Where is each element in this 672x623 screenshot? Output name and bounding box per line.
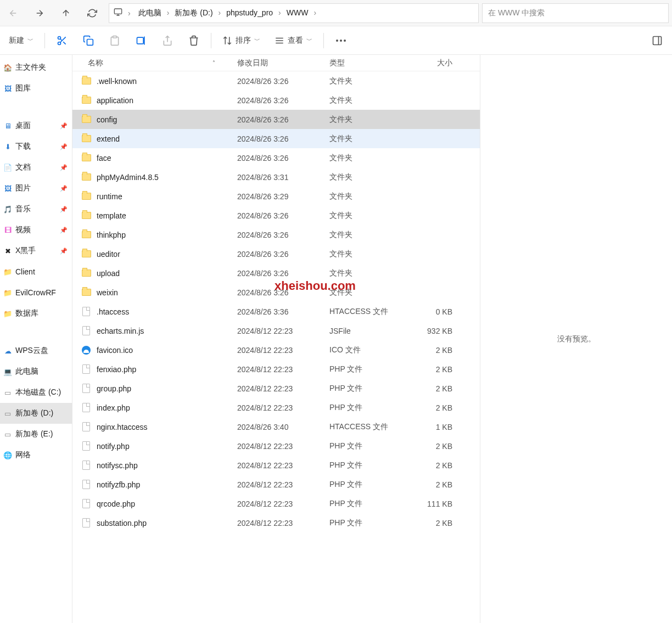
file-row[interactable]: notifyzfb.php2024/8/12 22:23PHP 文件2 KB — [72, 475, 480, 494]
breadcrumb-item[interactable]: WWW — [284, 7, 311, 18]
sidebar-item[interactable]: 🖼图库 — [0, 78, 72, 99]
sidebar-item[interactable]: 🎵音乐📌 — [0, 199, 72, 220]
sidebar-item[interactable]: 🖼图片📌 — [0, 178, 72, 199]
file-row[interactable]: qrcode.php2024/8/12 22:23PHP 文件111 KB — [72, 494, 480, 513]
col-name[interactable]: 名称 — [88, 58, 103, 68]
copy-button[interactable] — [76, 30, 101, 52]
breadcrumb-item[interactable]: 此电脑 — [136, 7, 164, 18]
file-row[interactable]: weixin2024/8/26 3:26文件夹 — [72, 283, 480, 302]
file-row[interactable]: template2024/8/26 3:26文件夹 — [72, 206, 480, 225]
file-type: PHP 文件 — [329, 403, 406, 413]
sidebar-item[interactable]: ✖X黑手📌 — [0, 240, 72, 261]
file-row[interactable]: fenxiao.php2024/8/12 22:23PHP 文件2 KB — [72, 360, 480, 379]
delete-button[interactable] — [181, 30, 206, 52]
file-row[interactable]: .well-known2024/8/26 3:26文件夹 — [72, 71, 480, 91]
file-name: favicon.ico — [97, 346, 133, 355]
sidebar-item[interactable]: 📁EvilCrowRF — [0, 282, 72, 303]
sidebar-item[interactable]: ⬇下载📌 — [0, 136, 72, 157]
file-list[interactable]: 名称 ˄ 修改日期 类型 大小 .well-known2024/8/26 3:2… — [72, 55, 480, 623]
file-row[interactable]: extend2024/8/26 3:26文件夹 — [72, 129, 480, 148]
back-button[interactable] — [0, 0, 26, 26]
file-row[interactable]: thinkphp2024/8/26 3:26文件夹 — [72, 225, 480, 244]
sidebar-item[interactable]: 🎞视频📌 — [0, 220, 72, 240]
sidebar-item[interactable]: ▭本地磁盘 (C:) — [0, 382, 72, 403]
file-row[interactable]: notify.php2024/8/12 22:23PHP 文件2 KB — [72, 436, 480, 456]
sidebar-item[interactable]: ▭新加卷 (D:) — [0, 403, 72, 424]
column-headers[interactable]: 名称 ˄ 修改日期 类型 大小 — [72, 55, 480, 71]
file-type: 文件夹 — [329, 76, 406, 86]
file-date: 2024/8/12 22:23 — [237, 365, 329, 374]
breadcrumb[interactable]: › 此电脑›新加卷 (D:)›phpstudy_pro›WWW› — [109, 3, 479, 23]
file-row[interactable]: substation.php2024/8/12 22:23PHP 文件2 KB — [72, 513, 480, 532]
sidebar-label: 网络 — [15, 450, 31, 460]
sidebar-label: 视频 — [15, 225, 31, 235]
home-icon: 🏠 — [3, 63, 12, 72]
file-row[interactable]: config2024/8/26 3:26文件夹 — [72, 110, 480, 129]
col-type[interactable]: 类型 — [329, 58, 406, 68]
file-name: notifysc.php — [97, 461, 138, 470]
file-type: ICO 文件 — [329, 345, 406, 355]
file-row[interactable]: application2024/8/26 3:26文件夹 — [72, 91, 480, 110]
file-name: notifyzfb.php — [97, 480, 140, 489]
file-name: config — [97, 115, 117, 124]
file-type: PHP 文件 — [329, 480, 406, 490]
sidebar-item[interactable]: 📁Client — [0, 261, 72, 282]
file-row[interactable]: nginx.htaccess2024/8/26 3:40HTACCESS 文件1… — [72, 417, 480, 436]
file-row[interactable]: runtime2024/8/26 3:29文件夹 — [72, 187, 480, 206]
file-size: 2 KB — [406, 384, 456, 393]
file-date: 2024/8/26 3:26 — [237, 96, 329, 105]
sidebar-item[interactable]: 🏠主文件夹 — [0, 57, 72, 78]
file-row[interactable]: phpMyAdmin4.8.52024/8/26 3:31文件夹 — [72, 167, 480, 187]
view-button[interactable]: 查看 ﹀ — [268, 30, 319, 52]
file-row[interactable]: upload2024/8/26 3:26文件夹 — [72, 263, 480, 283]
sidebar-item[interactable]: ▭新加卷 (E:) — [0, 424, 72, 445]
sidebar-label: 音乐 — [15, 204, 31, 214]
file-date: 2024/8/26 3:26 — [237, 269, 329, 278]
file-size: 2 KB — [406, 480, 456, 489]
breadcrumb-item[interactable]: phpstudy_pro — [224, 7, 275, 18]
file-type: 文件夹 — [329, 96, 406, 105]
sidebar-item[interactable]: 💻此电脑 — [0, 361, 72, 382]
sort-button[interactable]: 排序 ﹀ — [216, 30, 267, 52]
paste-button[interactable] — [102, 30, 127, 52]
rename-button[interactable] — [128, 30, 154, 52]
new-button[interactable]: 新建 ﹀ — [2, 30, 40, 52]
file-name: index.php — [97, 403, 130, 412]
file-name: application — [97, 96, 133, 105]
more-button[interactable] — [328, 30, 354, 52]
share-button[interactable] — [155, 30, 180, 52]
sidebar-item[interactable]: 📁数据库 — [0, 303, 72, 324]
file-row[interactable]: notifysc.php2024/8/12 22:23PHP 文件2 KB — [72, 456, 480, 475]
preview-pane: 没有预览。 — [480, 55, 672, 623]
file-type: 文件夹 — [329, 249, 406, 259]
download-icon: ⬇ — [3, 142, 12, 151]
file-date: 2024/8/26 3:40 — [237, 423, 329, 431]
cut-button[interactable] — [49, 30, 75, 52]
details-pane-button[interactable] — [645, 30, 670, 52]
breadcrumb-item[interactable]: 新加卷 (D:) — [172, 7, 215, 18]
forward-button[interactable] — [26, 0, 53, 26]
sidebar-item[interactable]: 🖥桌面📌 — [0, 115, 72, 136]
sidebar-item[interactable]: 🌐网络 — [0, 445, 72, 465]
search-input[interactable]: 在 WWW 中搜索 — [482, 3, 669, 23]
col-size[interactable]: 大小 — [406, 58, 456, 68]
refresh-button[interactable] — [79, 0, 105, 26]
sort-label: 排序 — [236, 36, 251, 46]
sidebar-item[interactable]: ☁WPS云盘 — [0, 340, 72, 361]
file-row[interactable]: face2024/8/26 3:26文件夹 — [72, 148, 480, 167]
file-row[interactable]: favicon.ico2024/8/12 22:23ICO 文件2 KB — [72, 340, 480, 360]
file-row[interactable]: ueditor2024/8/26 3:26文件夹 — [72, 244, 480, 263]
sidebar-label: 主文件夹 — [15, 63, 46, 72]
file-date: 2024/8/26 3:36 — [237, 307, 329, 316]
file-name: upload — [97, 269, 120, 278]
file-icon — [81, 307, 91, 317]
music-icon: 🎵 — [3, 205, 12, 214]
sort-indicator-icon: ˄ — [212, 60, 215, 66]
up-button[interactable] — [53, 0, 79, 26]
file-row[interactable]: .htaccess2024/8/26 3:36HTACCESS 文件0 KB — [72, 302, 480, 321]
file-row[interactable]: echarts.min.js2024/8/12 22:23JSFile932 K… — [72, 321, 480, 340]
file-row[interactable]: index.php2024/8/12 22:23PHP 文件2 KB — [72, 398, 480, 417]
sidebar-item[interactable]: 📄文档📌 — [0, 157, 72, 178]
col-date[interactable]: 修改日期 — [237, 58, 329, 68]
file-row[interactable]: group.php2024/8/12 22:23PHP 文件2 KB — [72, 379, 480, 398]
